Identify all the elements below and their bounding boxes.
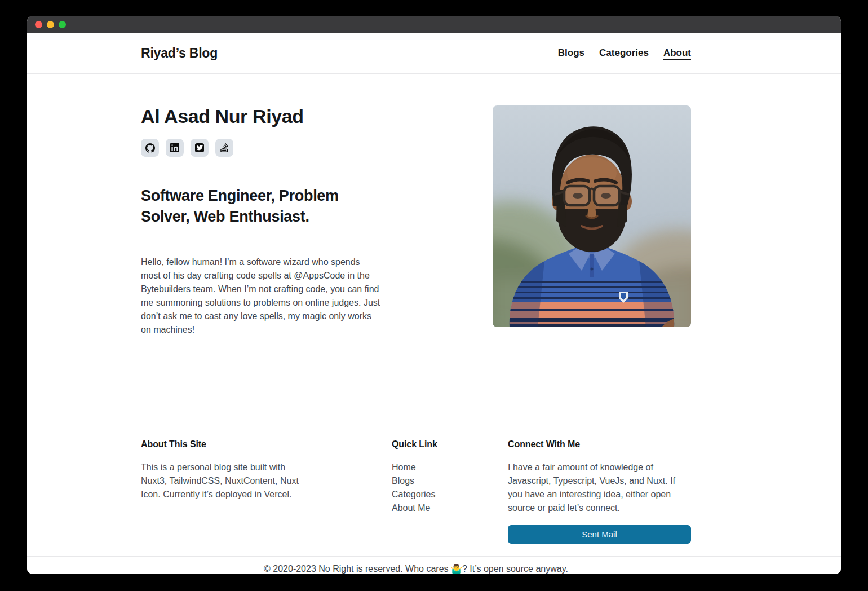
about-section: Al Asad Nur Riyad <box>27 74 841 422</box>
twitter-icon <box>195 143 204 152</box>
main-nav: Blogs Categories About <box>558 47 691 59</box>
twitter-link[interactable] <box>191 139 209 157</box>
footer-connect-text: I have a fair amount of knowledge of Jav… <box>508 461 691 515</box>
footer-quicklink-heading: Quick Link <box>392 439 508 449</box>
window-close-button[interactable] <box>35 21 42 28</box>
footer-link-home[interactable]: Home <box>392 461 416 474</box>
bio-text: Hello, fellow human! I’m a software wiza… <box>141 255 380 337</box>
nav-categories[interactable]: Categories <box>599 47 649 59</box>
profile-photo-illustration <box>493 105 691 327</box>
stackoverflow-link[interactable] <box>215 139 233 157</box>
sent-mail-button[interactable]: Sent Mail <box>508 525 691 544</box>
footer-link-about-me[interactable]: About Me <box>392 501 430 515</box>
nav-about[interactable]: About <box>663 47 691 59</box>
linkedin-link[interactable] <box>166 139 184 157</box>
window-zoom-button[interactable] <box>59 21 66 28</box>
site-title[interactable]: Riyad’s Blog <box>141 46 218 61</box>
site-header: Riyad’s Blog Blogs Categories About <box>27 33 841 74</box>
page-body: Riyad’s Blog Blogs Categories About Al A… <box>27 33 841 574</box>
github-icon <box>145 143 155 153</box>
browser-window: Riyad’s Blog Blogs Categories About Al A… <box>27 16 841 574</box>
github-link[interactable] <box>141 139 159 157</box>
open-source-link[interactable]: open source <box>484 564 533 574</box>
footer-connect-heading: Connect With Me <box>508 439 691 449</box>
footer-about-heading: About This Site <box>141 439 310 449</box>
social-links-row <box>141 139 411 157</box>
stackoverflow-icon <box>220 143 229 152</box>
copyright-bar: © 2020-2023 No Right is reserved. Who ca… <box>27 556 841 574</box>
window-titlebar <box>27 16 841 33</box>
copyright-text: © 2020-2023 No Right is reserved. Who ca… <box>264 564 484 574</box>
footer-link-blogs[interactable]: Blogs <box>392 474 414 488</box>
footer-link-categories[interactable]: Categories <box>392 488 435 501</box>
headline: Software Engineer, Problem Solver, Web E… <box>141 186 389 227</box>
footer-about-text: This is a personal blog site built with … <box>141 461 310 501</box>
footer-quick-links: Home Blogs Categories About Me <box>392 461 508 515</box>
profile-photo <box>493 105 691 327</box>
copyright-suffix: anyway. <box>533 564 568 574</box>
site-footer: About This Site This is a personal blog … <box>27 422 841 574</box>
nav-blogs[interactable]: Blogs <box>558 47 584 59</box>
page-title: Al Asad Nur Riyad <box>141 105 411 127</box>
linkedin-icon <box>170 143 179 152</box>
window-minimize-button[interactable] <box>47 21 54 28</box>
